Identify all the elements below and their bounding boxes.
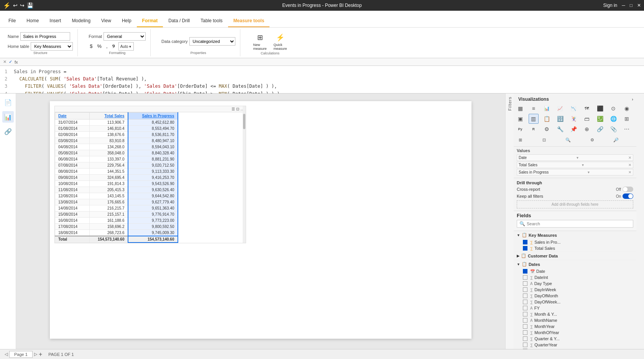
viz-py[interactable]: Py [515,124,525,134]
viz-waterfall[interactable]: 💹 [595,114,605,124]
tab-view[interactable]: View [96,15,117,27]
viz-funnel[interactable]: 🗃 [582,114,592,124]
field-item-dayofmonth[interactable]: ∑ DayOfMonth [514,293,636,299]
quarteryear-checkbox[interactable] [523,343,527,347]
col-header-total-sales[interactable]: Total Sales [90,113,128,120]
field-item-fy[interactable]: A FY [514,305,636,311]
viz-clustered-bar[interactable]: ≡ [529,103,539,113]
viz-line-chart[interactable]: 📈 [555,103,565,113]
field-item-quarterofy[interactable]: ∑ QuarterOfY... [514,348,636,349]
table-filter-icon[interactable]: ☰ [232,107,235,111]
value-item-total-sales[interactable]: Total Sales ▾ ✕ [517,162,633,168]
format-select[interactable]: General [104,32,146,41]
viz-stacked-bar[interactable]: ▦ [515,103,525,113]
left-icon-report[interactable]: 📄 [2,97,14,108]
field-item-quarter-y[interactable]: ∑ Quarter & Y... [514,336,636,342]
value-sip-dropdown[interactable]: ▾ [588,170,590,174]
viz-r[interactable]: R [529,124,539,134]
viz-build-icon1[interactable]: ⊞ [515,135,525,145]
dayinweek-checkbox[interactable] [523,287,527,292]
viz-pie[interactable]: ◉ [622,103,632,113]
field-item-total-sales[interactable]: ∑ Total Sales [514,245,636,251]
viz-qna[interactable]: 🔧 [555,124,565,134]
tab-measure-tools[interactable]: Measure tools [228,15,270,27]
formula-confirm[interactable]: ✓ [9,59,12,64]
viz-table[interactable]: ▥ [529,114,539,124]
value-date-dropdown[interactable]: ▾ [577,156,578,160]
field-item-monthname[interactable]: A MonthName [514,317,636,323]
viz-scatter[interactable]: ⊙ [608,103,618,113]
quick-access-redo[interactable]: ↪ [20,2,25,8]
field-group-header-key-measures[interactable]: ▼ 📋 Key Measures [514,231,636,239]
sip-checkbox[interactable] [523,240,527,244]
field-item-monthyear[interactable]: ∑ MonthYear [514,323,636,329]
monthofyear-checkbox[interactable] [523,330,527,335]
viz-card[interactable]: 📋 [542,114,552,124]
viz-custom3[interactable]: 📎 [608,124,618,134]
page-prev[interactable]: ◁ [5,352,8,357]
table-focus-icon[interactable]: ⊡ [236,107,239,111]
close-button[interactable]: ✕ [637,3,641,8]
date-checkbox[interactable] [523,269,527,274]
table-scrollbar[interactable] [243,106,246,243]
field-item-month-y[interactable]: ∑ Month & Y... [514,311,636,317]
viz-map[interactable]: 🗺 [582,103,592,113]
add-page-button[interactable]: + [39,351,42,358]
viz-gauge[interactable]: ⊞ [622,114,632,124]
tab-file[interactable]: File [3,15,21,27]
value-date-remove[interactable]: ✕ [628,156,631,160]
left-icon-model[interactable]: 🔗 [2,126,14,137]
quarterofy-checkbox[interactable] [523,349,527,349]
viz-build-icon4[interactable]: ⚙ [587,135,597,145]
viz-custom1[interactable]: ⊕ [582,124,592,134]
value-total-sales-remove[interactable]: ✕ [628,163,631,167]
maximize-button[interactable]: □ [630,3,632,8]
tab-modeling[interactable]: Modeling [66,15,96,27]
fy-checkbox[interactable] [523,306,527,310]
viz-kpi[interactable]: 🔢 [555,114,565,124]
tab-format[interactable]: Format [137,15,163,27]
month-y-checkbox[interactable] [523,312,527,316]
col-header-date[interactable]: Date [55,113,90,120]
new-measure-button[interactable]: ⊞ Newmeasure [251,31,269,51]
quick-access-save[interactable]: 💾 [27,2,33,8]
field-item-dateint[interactable]: ∑ DateInt [514,274,636,280]
dateint-checkbox[interactable] [523,275,527,280]
dayofmonth-checkbox[interactable] [523,293,527,298]
quick-measure-button[interactable]: ⚡ Quickmeasure [271,31,289,51]
currency-icon[interactable]: $ [89,42,94,50]
monthyear-checkbox[interactable] [523,324,527,329]
sign-in[interactable]: Sign in [603,3,618,8]
keep-filters-toggle[interactable] [623,193,633,199]
tab-insert[interactable]: Insert [44,15,66,27]
page-1-tab[interactable]: Page 1 [9,351,33,358]
page-next[interactable]: ▷ [34,352,37,357]
cross-report-toggle[interactable] [623,187,633,192]
percent-icon[interactable]: % [96,42,103,50]
minimize-button[interactable]: ─ [622,3,625,8]
field-item-monthofyear[interactable]: ∑ MonthOfYear [514,329,636,336]
viz-smart[interactable]: 📌 [568,124,578,134]
field-item-date[interactable]: 📅 Date [514,268,636,274]
field-item-day-type[interactable]: A Day Type [514,280,636,287]
viz-build-icon5[interactable]: 🔎 [611,135,621,145]
data-category-select[interactable]: Uncategorized [189,37,235,46]
name-input[interactable] [20,32,70,41]
viz-filled-map[interactable]: 🌐 [608,114,618,124]
field-item-dayinweek[interactable]: ∑ DayInWeek [514,287,636,293]
tab-help[interactable]: Help [117,15,137,27]
value-sip-remove[interactable]: ✕ [628,170,631,174]
viz-more[interactable]: ⋯ [622,124,632,134]
day-type-checkbox[interactable] [523,281,527,286]
field-item-quarteryear[interactable]: ∑ QuarterYear [514,342,636,348]
tab-home[interactable]: Home [21,15,44,27]
fields-search-input[interactable] [527,221,631,226]
viz-column-chart[interactable]: 📊 [542,103,552,113]
viz-matrix[interactable]: ▣ [515,114,525,124]
number-icon[interactable]: 𝟗 [111,42,116,51]
viz-decomp[interactable]: ⚙ [542,124,552,134]
comma-icon[interactable]: , [105,42,109,50]
data-table-visual[interactable]: ☰ ⊡ … Date Total Sales [54,106,246,243]
dayofweek-checkbox[interactable] [523,300,527,304]
field-item-dayofweek[interactable]: ∑ DayOfWeek... [514,299,636,305]
